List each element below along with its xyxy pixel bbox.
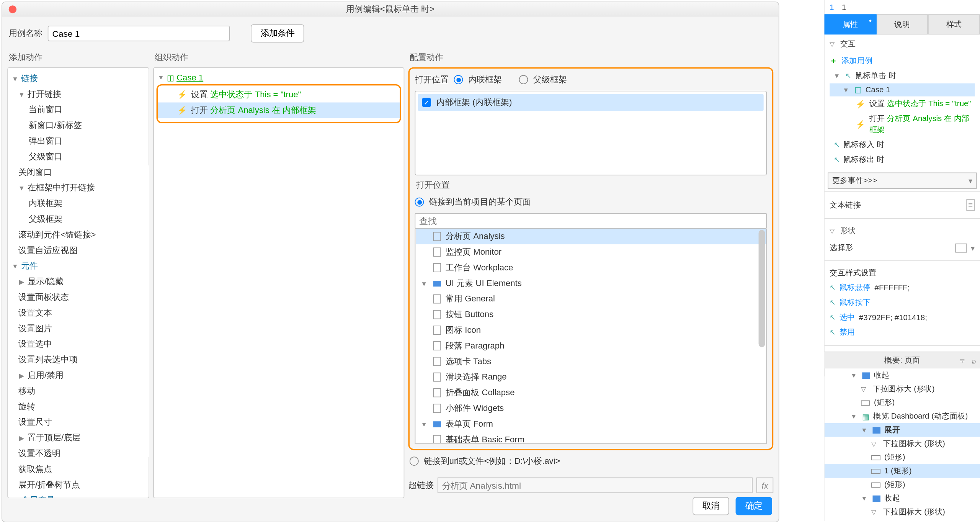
new-window-action[interactable]: 新窗口/新标签	[28, 119, 82, 131]
action-set-selected[interactable]: ⚡ 设置 选中状态于 This = "true"	[158, 87, 400, 103]
shape-picker[interactable]	[955, 243, 967, 252]
widgets-group[interactable]: 元件	[20, 260, 38, 272]
scroll-anchor-action[interactable]: 滚动到元件<锚链接>	[17, 229, 96, 241]
add-action-pane[interactable]: ▼链接 ▼打开链接 当前窗口 新窗口/新标签 弹出窗口 父级窗口 关闭窗口 ▼在…	[7, 67, 149, 498]
ol-dropicon2[interactable]: 下拉图标大 (形状)	[883, 438, 945, 449]
disabled-link[interactable]: 禁用	[840, 327, 855, 338]
action-open-frame[interactable]: ⚡ 打开 分析页 Analysis 在 内部框架	[158, 103, 400, 118]
enable-disable-action[interactable]: 启用/禁用	[26, 370, 64, 381]
open-link-group[interactable]: 打开链接	[26, 88, 62, 100]
add-condition-button[interactable]: 添加条件	[251, 25, 304, 43]
page-monitor[interactable]: 监控页 Monitor	[415, 244, 766, 260]
scrollbar[interactable]	[758, 230, 765, 442]
ol-rect1[interactable]: (矩形)	[874, 397, 895, 408]
set-size-action[interactable]: 设置尺寸	[17, 416, 52, 428]
expand-collapse-action[interactable]: 展开/折叠树节点	[17, 479, 80, 491]
close-icon[interactable]	[9, 5, 16, 13]
panel-state-action[interactable]: 设置面板状态	[17, 291, 69, 303]
ol-1-rect[interactable]: 1 (矩形)	[884, 466, 911, 477]
rotate-action[interactable]: 旋转	[17, 401, 36, 412]
search-icon[interactable]: ⌕	[972, 356, 976, 365]
chevron-down-icon[interactable]: ▼	[11, 75, 20, 82]
case-row[interactable]: ▼ ◫ Case 1	[154, 70, 404, 84]
checkbox-icon[interactable]: ✓	[422, 98, 431, 107]
bring-front-action[interactable]: 置于顶层/底层	[26, 432, 81, 444]
get-focus-action[interactable]: 获取焦点	[17, 463, 52, 475]
page-collapse[interactable]: 折叠面板 Collapse	[415, 385, 766, 401]
ol-collapse2[interactable]: 收起	[884, 493, 900, 504]
folder-form[interactable]: ▼表单页 Form	[415, 416, 766, 432]
hover-link[interactable]: 鼠标悬停	[840, 282, 871, 293]
selected-link[interactable]: 选中	[840, 312, 855, 323]
interaction-header[interactable]: 交互	[840, 38, 856, 49]
link-to-url-radio[interactable]	[410, 457, 419, 466]
inline-frame-radio[interactable]	[454, 75, 463, 84]
ok-button[interactable]: 确定	[736, 497, 772, 515]
set-adaptive-action[interactable]: 设置自适应视图	[17, 244, 78, 256]
set-text-action[interactable]: 设置文本	[17, 307, 52, 319]
add-action-title: 添加动作	[7, 48, 149, 67]
case-name-input[interactable]	[48, 26, 230, 41]
ol-dropicon[interactable]: 下拉图标大 (形状)	[873, 383, 935, 394]
frames-list[interactable]: ✓ 内部框架 (内联框架)	[415, 91, 767, 175]
parent-frame-radio[interactable]	[519, 75, 528, 84]
links-group[interactable]: 链接	[20, 72, 38, 84]
shape-header[interactable]: 形状	[840, 225, 856, 236]
ol-dropicon3[interactable]: 下拉图标大 (形状)	[883, 507, 945, 518]
page-tree[interactable]: 分析页 Analysis 监控页 Monitor 工作台 Workplace ▼…	[415, 229, 767, 443]
page-general[interactable]: 常用 General	[415, 291, 766, 307]
event-mouse-out[interactable]: 鼠标移出 时	[843, 154, 885, 165]
set-list-sel-action[interactable]: 设置列表选中项	[17, 354, 78, 366]
open-in-frame-group[interactable]: 在框架中打开链接	[26, 182, 95, 194]
folder-ui-elements[interactable]: ▼UI 元素 UI Elements	[415, 276, 766, 291]
fx-button[interactable]: fx	[756, 478, 773, 493]
set-opacity-action[interactable]: 设置不透明	[17, 448, 61, 460]
page-search-input[interactable]	[415, 213, 767, 229]
text-link-box[interactable]: ≡	[966, 199, 975, 211]
link-to-page-radio[interactable]	[415, 198, 424, 207]
outline-panel: 概要: 页面 ⫧⌕ ▼收起 ▽下拉图标大 (形状) (矩形) ▼▦概览 Dash…	[825, 352, 980, 521]
ol-dashboard[interactable]: 概览 Dashboard (动态面板)	[873, 411, 968, 422]
show-hide-action[interactable]: 显示/隐藏	[26, 276, 64, 288]
more-events-dropdown[interactable]: 更多事件>>>▾	[828, 173, 977, 189]
cancel-button[interactable]: 取消	[693, 497, 729, 515]
hyperlink-input[interactable]	[438, 478, 753, 493]
event-mouse-in[interactable]: 鼠标移入 时	[843, 139, 885, 151]
popup-window-action[interactable]: 弹出窗口	[28, 135, 63, 147]
tab-attributes[interactable]: 属性	[825, 14, 876, 34]
page-basic-form[interactable]: 基础表单 Basic Form	[415, 432, 766, 444]
number-tabs[interactable]: 1 1	[825, 0, 980, 14]
inline-frame-action[interactable]: 内联框架	[28, 198, 63, 209]
page-workplace[interactable]: 工作台 Workplace	[415, 260, 766, 276]
parent-window-action[interactable]: 父级窗口	[28, 151, 63, 162]
page-widgets[interactable]: 小部件 Widgets	[415, 401, 766, 416]
case1-label[interactable]: Case 1	[866, 85, 890, 95]
tab-style[interactable]: 样式	[928, 14, 980, 34]
ol-rect3[interactable]: (矩形)	[884, 479, 905, 490]
tab-notes[interactable]: 说明	[876, 14, 928, 34]
globals-group[interactable]: 全局变量	[20, 494, 55, 498]
move-action[interactable]: 移动	[17, 385, 36, 397]
filter-icon[interactable]: ⫧	[959, 356, 966, 365]
set-image-action[interactable]: 设置图片	[17, 322, 52, 334]
page-paragraph[interactable]: 段落 Paragraph	[415, 338, 766, 354]
page-buttons[interactable]: 按钮 Buttons	[415, 307, 766, 322]
current-window-action[interactable]: 当前窗口	[28, 104, 63, 116]
outline-tree[interactable]: ▼收起 ▽下拉图标大 (形状) (矩形) ▼▦概览 Dashboard (动态面…	[825, 368, 980, 521]
ol-rect2[interactable]: (矩形)	[884, 452, 905, 463]
page-range[interactable]: 滑块选择 Range	[415, 370, 766, 385]
pressed-link[interactable]: 鼠标按下	[840, 297, 871, 308]
event-mouse-click[interactable]: 鼠标单击 时	[855, 70, 897, 82]
organize-pane[interactable]: ▼ ◫ Case 1 ⚡ 设置 选中状态于 This = "true" ⚡ 打开…	[153, 67, 404, 498]
frame-item[interactable]: ✓ 内部框架 (内联框架)	[418, 94, 764, 111]
add-case-link[interactable]: 添加用例	[841, 56, 873, 67]
parent-frame-action[interactable]: 父级框架	[28, 213, 63, 225]
page-analysis[interactable]: 分析页 Analysis	[415, 229, 766, 244]
set-selected-action[interactable]: 设置选中	[17, 338, 52, 350]
page-tabs[interactable]: 选项卡 Tabs	[415, 354, 766, 370]
close-window-action[interactable]: 关闭窗口	[17, 166, 52, 178]
ol-collapse[interactable]: 收起	[874, 370, 890, 381]
case-title[interactable]: Case 1	[176, 72, 203, 82]
page-icon[interactable]: 图标 Icon	[415, 322, 766, 338]
ol-expand[interactable]: 展开	[884, 425, 900, 434]
